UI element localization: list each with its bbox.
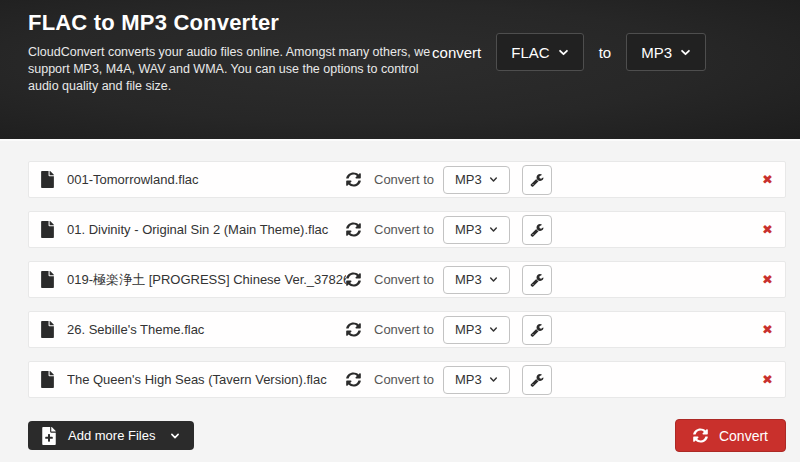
- file-icon: [41, 371, 54, 388]
- refresh-icon: [346, 372, 361, 387]
- chevron-down-icon: [558, 47, 569, 58]
- convert-label: convert: [432, 44, 481, 61]
- target-format-select[interactable]: MP3: [626, 33, 706, 71]
- page-description: CloudConvert converts your audio files o…: [28, 44, 430, 95]
- chevron-down-icon: [489, 325, 498, 334]
- conversion-options-button[interactable]: [522, 165, 552, 195]
- file-row: 019-極楽浄土 [PROGRESS] Chinese Ver._3782668…: [28, 261, 786, 298]
- output-format-select[interactable]: MP3: [443, 316, 510, 344]
- convert-to-label: Convert to: [374, 322, 434, 337]
- file-icon: [41, 321, 54, 338]
- chevron-down-icon: [489, 225, 498, 234]
- refresh-icon: [346, 172, 361, 187]
- chevron-down-icon: [489, 275, 498, 284]
- output-format-value: MP3: [455, 372, 482, 387]
- conversion-options-button[interactable]: [522, 265, 552, 295]
- convert-button[interactable]: Convert: [675, 419, 786, 452]
- file-name: The Queen's High Seas (Tavern Version).f…: [67, 372, 346, 387]
- description-line: audio quality and file size.: [28, 78, 430, 95]
- file-row: The Queen's High Seas (Tavern Version).f…: [28, 361, 786, 398]
- file-name: 019-極楽浄土 [PROGRESS] Chinese Ver._3782668…: [67, 271, 346, 289]
- file-row: 26. Sebille's Theme.flac Convert to MP3 …: [28, 311, 786, 348]
- file-row: 001-Tomorrowland.flac Convert to MP3 ✖: [28, 161, 786, 198]
- conversion-options-button[interactable]: [522, 315, 552, 345]
- add-more-files-button[interactable]: Add more Files: [28, 421, 194, 450]
- output-format-select[interactable]: MP3: [443, 166, 510, 194]
- file-icon: [41, 271, 54, 288]
- remove-file-button[interactable]: ✖: [762, 173, 773, 186]
- wrench-icon: [530, 223, 544, 237]
- output-format-select[interactable]: MP3: [443, 216, 510, 244]
- chevron-down-icon: [489, 375, 498, 384]
- output-format-select[interactable]: MP3: [443, 366, 510, 394]
- wrench-icon: [530, 173, 544, 187]
- file-name: 001-Tomorrowland.flac: [67, 172, 346, 187]
- convert-to-label: Convert to: [374, 372, 434, 387]
- conversion-options-button[interactable]: [522, 365, 552, 395]
- refresh-icon: [346, 322, 361, 337]
- output-format-select[interactable]: MP3: [443, 266, 510, 294]
- refresh-icon: [693, 428, 708, 443]
- target-format-value: MP3: [641, 44, 672, 61]
- output-format-value: MP3: [455, 322, 482, 337]
- action-bar: Add more Files Convert: [28, 419, 786, 452]
- file-row: 01. Divinity - Original Sin 2 (Main Them…: [28, 211, 786, 248]
- remove-file-button[interactable]: ✖: [762, 373, 773, 386]
- file-list: 001-Tomorrowland.flac Convert to MP3 ✖ 0…: [28, 161, 786, 398]
- chevron-down-icon: [489, 175, 498, 184]
- remove-file-button[interactable]: ✖: [762, 273, 773, 286]
- source-format-select[interactable]: FLAC: [496, 33, 583, 71]
- chevron-down-icon: [680, 47, 691, 58]
- page-header: FLAC to MP3 Converter CloudConvert conve…: [0, 0, 800, 141]
- source-format-value: FLAC: [511, 44, 549, 61]
- output-format-value: MP3: [455, 172, 482, 187]
- conversion-options-button[interactable]: [522, 215, 552, 245]
- to-label: to: [599, 44, 612, 61]
- file-icon: [41, 221, 54, 238]
- convert-to-label: Convert to: [374, 272, 434, 287]
- page-title: FLAC to MP3 Converter: [28, 10, 279, 36]
- chevron-down-icon[interactable]: [170, 431, 180, 441]
- convert-to-label: Convert to: [374, 172, 434, 187]
- file-icon: [41, 171, 54, 188]
- description-line: support MP3, M4A, WAV and WMA. You can u…: [28, 61, 430, 78]
- refresh-icon: [346, 272, 361, 287]
- convert-button-label: Convert: [719, 428, 768, 444]
- refresh-icon: [346, 222, 361, 237]
- description-line: CloudConvert converts your audio files o…: [28, 44, 430, 61]
- wrench-icon: [530, 373, 544, 387]
- wrench-icon: [530, 273, 544, 287]
- file-name: 26. Sebille's Theme.flac: [67, 322, 346, 337]
- add-more-files-label: Add more Files: [68, 428, 155, 443]
- convert-to-label: Convert to: [374, 222, 434, 237]
- remove-file-button[interactable]: ✖: [762, 223, 773, 236]
- wrench-icon: [530, 323, 544, 337]
- file-name: 01. Divinity - Original Sin 2 (Main Them…: [67, 222, 346, 237]
- file-plus-icon: [42, 427, 56, 445]
- remove-file-button[interactable]: ✖: [762, 323, 773, 336]
- output-format-value: MP3: [455, 222, 482, 237]
- format-selector-bar: convert FLAC to MP3: [432, 33, 706, 71]
- output-format-value: MP3: [455, 272, 482, 287]
